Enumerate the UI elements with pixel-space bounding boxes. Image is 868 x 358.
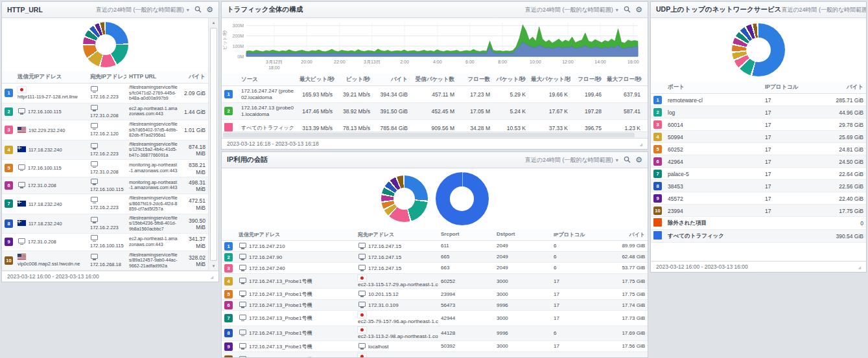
gear-icon[interactable]: ⚙ [635,157,642,163]
search-icon[interactable] [624,6,631,14]
timerange-dropdown[interactable]: 直近の24時間 (一般的な時間範囲) ▼ [525,6,619,14]
scroll-down-button[interactable]: ▼ [209,262,218,271]
table-row[interactable]: 6429641724.50 GiB [651,155,866,168]
table-row[interactable]: 8384531722.56 GiB [651,180,866,192]
date-range: 2023-03-12 16:00 - 2023-03-13 16:00 [656,263,748,270]
all-traffic-donut-chart[interactable] [436,172,489,225]
timerange-dropdown[interactable]: 直近の24時間 (一般的な時間範囲) ▼ [96,6,190,14]
table-row[interactable]: 4172.16.247.13_Probe1号機ec2-13-115-17-29.… [222,274,648,289]
conversations-table: 送信元IPアドレス宛先IPアドレスSrcportDstportIPプロトコルバイ… [222,229,648,358]
column-header[interactable]: バイト [373,74,410,85]
table-row[interactable]: 2172.16.247.90172.16.247.156652049662.48… [222,252,648,263]
table-row[interactable]: 7172.16.247.13_Probe1号機ec2-35-79-157-96.… [222,311,648,326]
column-header[interactable]: パケット/秒 [493,74,528,85]
column-header[interactable]: 宛先IPアドレス [355,229,438,240]
table-row[interactable]: 6172.31.0.208172.16.100.115monitoring.ap… [2,177,209,195]
rank-badge: 9 [224,342,233,351]
column-header[interactable]: バイト [613,229,648,240]
monitor-icon [239,330,246,335]
table-row[interactable]: 1remoteware-cl17285.71 GiB [651,94,866,106]
flag-jp-icon [358,275,366,281]
horizontal-scrollbar[interactable] [222,131,647,138]
table-row[interactable]: 2172.16.100.115172.31.0.208ec2.ap-northe… [2,104,209,121]
gear-icon[interactable]: ⚙ [206,6,213,13]
table-row[interactable]: 4117.18.232.240172.16.2.223/filestreamin… [2,140,209,161]
column-header[interactable]: Srcport [438,229,494,240]
vertical-scrollbar[interactable]: ▲ ▼ [208,18,218,271]
table-row[interactable]: 除外された項目0 [651,217,866,230]
timerange-dropdown[interactable]: 直近の24時間 (一般的な時間範囲) ▼ [781,6,867,14]
conversations-donut-chart[interactable] [381,175,428,222]
column-header[interactable]: 受信パケット数 [410,74,457,85]
table-row[interactable]: 6172.16.247.13_Probe1号機172.31.0.10956473… [222,300,648,311]
table-row[interactable]: 2log1744.96 GiB [651,106,866,118]
table-row[interactable]: 8172.16.247.13_Probe1号機ec2-13-113-2-98.a… [222,326,648,341]
column-header[interactable]: 送信元IPアドレス [236,229,355,240]
table-row[interactable]: すべてのトラフィック390.54 GiB [651,230,866,243]
column-header[interactable]: 最大ビット/秒 [297,74,335,85]
http-url-donut-chart[interactable] [83,22,128,67]
column-header[interactable]: ソース [239,74,297,85]
timerange-dropdown[interactable]: 直近の24時間 (一般的な時間範囲) ▼ [525,156,619,164]
table-row[interactable]: 1172.16.247.210172.16.247.156112049689.9… [222,241,648,252]
column-header[interactable]: ポート [665,82,762,93]
rank-badge: 7 [224,314,233,322]
monitor-icon [358,265,366,270]
legend-swatch [653,218,662,227]
search-icon[interactable] [624,156,631,164]
monitor-icon [91,179,98,184]
table-row[interactable]: 10239941717.75 GiB [651,205,866,217]
traffic-area-chart[interactable]: 0M100M200M300M3月12日18:0020:0022:003月13日2… [223,19,646,73]
monitor-icon [91,143,98,148]
donut-zone [2,18,218,71]
column-header[interactable]: 送信元IPアドレス [15,71,88,83]
table-row[interactable]: 7117.18.232.240172.16.2.223/filestreamin… [2,194,209,214]
column-header[interactable]: フロー数 [457,74,493,85]
table-row[interactable]: 7palace-51722.64 GiB [651,168,866,180]
table-row[interactable]: 3600141729.78 GiB [651,118,866,131]
scroll-up-button[interactable]: ▲ [209,18,218,27]
table-row[interactable]: 5602521724.81 GiB [651,143,866,155]
scrollbar-thumb[interactable] [223,133,635,137]
monitor-icon [91,217,98,222]
table-row[interactable]: 1httpr111-119-27-128.nrt.llnw172.16.2.22… [2,84,209,104]
column-header[interactable]: フロー/秒 [570,74,604,85]
table-row[interactable]: 10vip0c008.map2.ssl.hwcdn.ne172.16.268.1… [2,251,209,271]
traffic-table: ソース最大ビット/秒ビット/秒バイト受信パケット数フロー数パケット/秒最大パケッ… [222,74,648,137]
column-header[interactable]: バイト [181,71,208,83]
column-header[interactable]: IPプロトコル [551,229,613,240]
table-row[interactable]: 1172.16.247.247 (probe02.localdoma165.93… [222,86,648,103]
search-icon[interactable] [194,6,202,14]
table-row[interactable]: 9172.16.247.13_Probe1号機localhost50392300… [222,341,648,352]
column-header[interactable]: バイト [824,82,866,93]
gear-icon[interactable]: ⚙ [635,6,642,13]
table-row[interactable]: 3192.229.232.240172.16.2.120/filestreami… [2,120,209,140]
column-header[interactable]: 最大パケット/秒 [528,74,570,85]
scrollbar-thumb[interactable] [210,28,217,261]
resize-grip-icon[interactable]: ◢ [210,274,213,279]
table-row[interactable]: 9455721722.40 GiB [651,192,866,205]
udp-donut-chart[interactable] [732,23,785,76]
table-row[interactable]: 2172.16.247.13 (probe01.localdoma147.46 … [222,103,648,120]
monitor-icon [18,164,25,170]
column-header[interactable]: HTTP URL [126,71,181,83]
table-row[interactable]: 10172.16.247.13_Probe1号機ec2-3-112-98-80.… [222,352,648,358]
rank-badge: 6 [224,301,233,309]
table-row[interactable]: 4509941725.69 GiB [651,131,866,143]
column-header[interactable]: ビット/秒 [335,74,373,85]
table-row[interactable]: 5172.16.100.115172.31.0.208monitoring.ap… [2,160,209,177]
table-row[interactable]: 3172.16.247.240172.16.247.156632049653.7… [222,263,648,274]
column-header[interactable]: 最大フロー/秒 [604,74,643,85]
resize-grip-icon[interactable]: ◢ [858,265,861,269]
rank-badge: 5 [224,290,233,298]
resize-grip-icon[interactable]: ◢ [639,142,642,146]
table-row[interactable]: 9172.31.0.208172.16.100.115ec2.ap-northe… [2,234,209,251]
column-header[interactable]: 宛先IPアドレス [88,71,126,83]
udp-table: ポートIPプロトコルバイト1remoteware-cl17285.71 GiB2… [651,82,866,243]
column-header[interactable]: Dstport [494,229,551,240]
table-row[interactable]: 5172.16.247.13_Probe1号機10.201.15.1223994… [222,289,648,300]
panel-ip-conversations: IP利用の会話 直近の24時間 (一般的な時間範囲) ▼ ⚙ 送信元IPアドレス… [221,151,648,358]
column-header[interactable]: IPプロトコル [762,82,824,93]
flag-jp-icon [358,312,366,318]
table-row[interactable]: 8117.18.232.240172.16.2.223/filestreamin… [2,214,209,234]
